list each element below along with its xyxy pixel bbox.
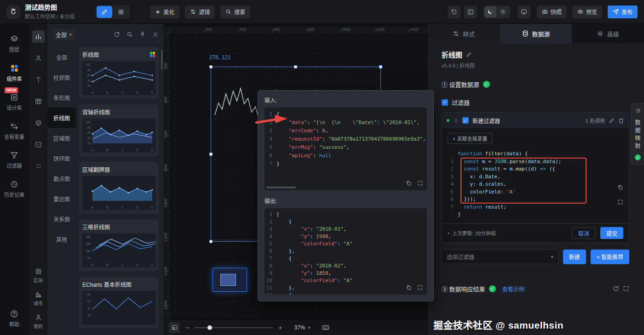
component-card-区域翻牌器[interactable]: 区域翻牌器ABCDE [79, 162, 159, 214]
code-line: 2 "data": "[\n {\n \"Date\": \"2010-01\"… [264, 119, 427, 127]
filter-toggle-checkbox[interactable] [442, 99, 448, 106]
scope-select[interactable]: 全部▾ [52, 28, 75, 40]
rail-city-item[interactable]: 城市 [34, 291, 43, 307]
refresh-response-icon[interactable] [613, 285, 619, 292]
category-item-饼环图[interactable]: 饼环图 [47, 148, 76, 168]
category-item-柱状图[interactable]: 柱状图 [47, 67, 76, 87]
main-sidebar: 图层 组件库 NEW 设计库 全局变量 过滤器 历史记录 帮助 [0, 24, 29, 335]
filter-input-editor[interactable]: 1{2 "data": "[\n {\n \"Date\": \"2010-01… [264, 108, 427, 190]
zoom-slider-knob[interactable] [207, 325, 212, 330]
close-icon[interactable] [152, 31, 159, 38]
pin-icon[interactable] [139, 31, 146, 38]
component-card-ECharts 基本折线图[interactable]: ECharts 基本折线图80604020 [79, 277, 159, 329]
beautify-button[interactable]: 美化 [150, 6, 179, 18]
category-item-折线图[interactable]: 折线图 [47, 108, 76, 128]
panel-scrollbar[interactable] [161, 50, 163, 70]
link-global-variable-button[interactable]: + 关联全局变量 [448, 133, 492, 144]
display-adapt-button[interactable] [518, 6, 530, 18]
submit-button[interactable]: 提交 [600, 227, 623, 239]
category-item-雷达图[interactable]: 雷达图 [47, 188, 76, 209]
sidebar-item-help[interactable]: 帮助 [0, 310, 29, 328]
widget-mode-button[interactable] [113, 6, 129, 18]
collapse-icon[interactable] [623, 285, 629, 292]
publish-button[interactable]: 发布 [608, 6, 638, 18]
filter-effects-button[interactable]: 滤镜 [185, 6, 215, 18]
filter-code-editor[interactable]: function filter(data) {1 const m = JSON.… [448, 148, 623, 221]
delete-filter-icon[interactable] [618, 118, 624, 124]
refresh-icon[interactable] [114, 31, 120, 38]
preview-button[interactable]: 预览 [572, 6, 602, 18]
resize-handle-nw[interactable] [209, 65, 213, 68]
history-button[interactable] [448, 6, 460, 18]
rename-icon[interactable] [466, 51, 472, 57]
expand-output-icon[interactable] [417, 284, 423, 292]
keyboard-shortcuts-button[interactable] [322, 324, 329, 331]
sidebar-item-filters[interactable]: 过滤器 [0, 151, 29, 169]
sidebar-item-design-lib[interactable]: NEW 设计库 [0, 93, 29, 111]
minimap-button[interactable] [169, 322, 180, 333]
filter-select[interactable]: 选择过滤器▾ [442, 250, 558, 264]
sidebar-item-global-variables[interactable]: 全局变量 [0, 122, 29, 140]
copy-input-icon[interactable] [406, 180, 412, 187]
copy-output-icon[interactable] [406, 284, 412, 292]
filter-enabled-checkbox[interactable] [462, 117, 469, 124]
svg-text:A: A [92, 206, 94, 209]
expand-code-icon[interactable] [617, 199, 623, 206]
component-card-折线图[interactable]: 折线图10080604020ABCDE [79, 47, 159, 99]
app-logo[interactable] [6, 5, 20, 19]
layout-columns-button[interactable] [464, 6, 477, 18]
ruler-tick-label: 1600 [163, 301, 168, 310]
resize-handle-sw[interactable] [209, 240, 213, 243]
drag-grip-icon[interactable] [453, 118, 459, 123]
rail-table-button[interactable] [32, 95, 45, 108]
zoom-level-select[interactable]: 37%▾ [294, 324, 310, 331]
resize-handle-w[interactable] [209, 153, 213, 156]
category-item-条形图[interactable]: 条形图 [47, 87, 76, 108]
search-button[interactable]: 搜索 [220, 6, 250, 18]
zoom-out-button[interactable]: − [185, 324, 189, 331]
edit-filter-icon[interactable] [609, 118, 615, 124]
category-item-其他[interactable]: 其他 [47, 229, 76, 249]
zoom-slider[interactable] [195, 327, 273, 328]
component-card-双轴折线图[interactable]: 双轴折线图10080604020ABCDE [79, 104, 159, 156]
rail-charts-button[interactable] [32, 30, 45, 43]
copy-code-icon[interactable] [617, 184, 623, 192]
rail-block-item[interactable]: 区块 [34, 268, 43, 284]
tab-advanced[interactable]: 高级 [572, 24, 644, 43]
category-item-区域图[interactable]: 区域图 [47, 128, 76, 148]
horizontal-scrollbar[interactable] [266, 187, 296, 188]
smart-recommend-button[interactable]: + 智能推荐 [591, 250, 629, 264]
category-item-散点图[interactable]: 散点图 [47, 168, 76, 188]
rail-mine-item[interactable]: 我的 [34, 314, 43, 329]
cancel-button[interactable]: 取消 [572, 227, 596, 239]
tab-label: 高级 [607, 29, 619, 38]
data-mapping-rail[interactable]: 数据映射 [631, 103, 644, 165]
rail-3d-button[interactable] [32, 117, 45, 129]
zoom-in-button[interactable]: + [278, 324, 282, 331]
dark-theme-button[interactable] [484, 6, 496, 17]
component-card-三维折线图[interactable]: 三维折线图35025015050ABCDE [79, 219, 159, 271]
filter-output-editor[interactable]: 1[2 {3 "x": "2010-01",4 "y": 1998,5 "col… [264, 208, 427, 295]
expand-input-icon[interactable] [417, 180, 423, 187]
resize-handle-n[interactable] [294, 65, 297, 68]
view-example-link[interactable]: 查看示例 [502, 285, 524, 293]
rail-text-button[interactable] [32, 74, 45, 86]
tab-datasource[interactable]: 数据源 [500, 24, 572, 43]
code-line: 3 "x": "2010-01", [264, 226, 427, 233]
rail-media-button[interactable] [32, 138, 45, 151]
tab-style[interactable]: 样式 [428, 24, 500, 43]
sidebar-item-history[interactable]: 历史记录 [0, 180, 29, 198]
rail-more-button[interactable] [32, 160, 45, 172]
light-theme-button[interactable] [497, 6, 509, 17]
snapshot-button[interactable]: 快照 [537, 6, 567, 18]
sidebar-item-layers[interactable]: 图层 [0, 35, 29, 53]
search-panel-icon[interactable] [126, 31, 133, 38]
sidebar-item-components[interactable]: 组件库 [0, 64, 29, 82]
category-item-全部[interactable]: 全部 [47, 47, 76, 67]
new-filter-button[interactable]: 新建 [563, 250, 586, 264]
category-item-关系图[interactable]: 关系图 [47, 209, 76, 229]
rail-people-button[interactable] [32, 52, 45, 64]
edit-mode-button[interactable] [97, 6, 112, 18]
canvas-secondary-component[interactable] [213, 268, 247, 292]
resize-handle-ne[interactable] [379, 65, 382, 68]
